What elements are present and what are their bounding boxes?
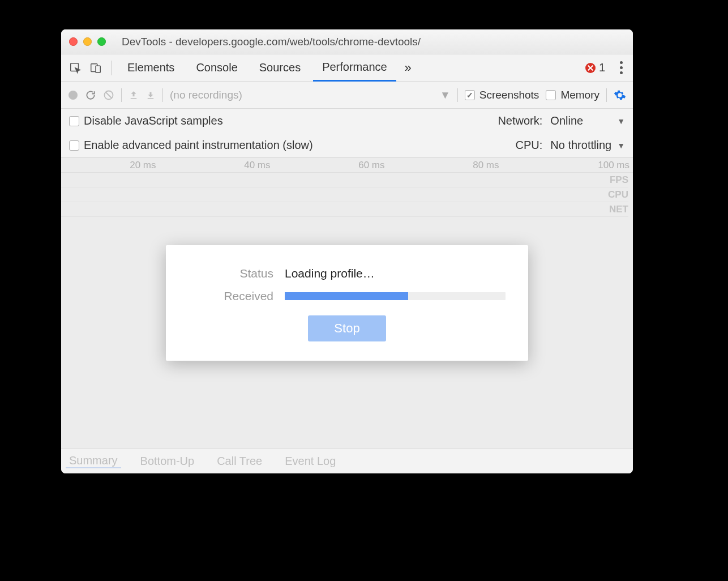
performance-toolbar: (no recordings) ▼ Screenshots Memory [61,82,633,109]
minimize-window-button[interactable] [83,37,92,46]
capture-settings: Disable JavaScript samples Network: Onli… [61,109,633,158]
received-label: Received [189,289,273,303]
lane-fps: FPS [61,173,628,187]
tab-performance[interactable]: Performance [313,55,396,82]
lane-net: NET [61,202,628,217]
chevron-down-icon: ▼ [440,89,451,101]
enable-paint-checkbox[interactable]: Enable advanced paint instrumentation (s… [69,139,313,152]
network-dropdown[interactable]: Online ▼ [550,114,625,127]
recordings-placeholder: (no recordings) [170,89,242,101]
svg-rect-2 [96,66,100,72]
error-badge[interactable]: 1 [585,61,605,74]
network-label: Network: [498,114,542,127]
ruler-tick: 40 ms [244,160,270,171]
separator [457,88,458,102]
more-tabs-icon[interactable]: » [400,59,417,76]
time-ruler: 20 ms 40 ms 60 ms 80 ms 100 ms [61,158,633,173]
error-icon [585,63,596,73]
stop-button[interactable]: Stop [308,315,386,341]
separator [606,88,607,102]
tab-console[interactable]: Console [187,54,246,81]
memory-label: Memory [560,89,599,101]
settings-row-2: Enable advanced paint instrumentation (s… [61,133,633,157]
cpu-value: No throttling [550,139,611,152]
record-icon[interactable] [68,90,78,100]
details-tab-bar: Summary Bottom-Up Call Tree Event Log [61,448,633,473]
checkbox-icon [69,116,79,126]
checkbox-icon [69,140,79,151]
screenshots-checkbox[interactable]: Screenshots [465,89,539,101]
ruler-tick: 100 ms [598,160,629,171]
svg-point-3 [68,91,78,100]
error-count: 1 [599,61,605,74]
timeline-lanes: FPS CPU NET [61,173,633,217]
status-label: Status [189,267,273,280]
recordings-dropdown[interactable]: (no recordings) ▼ [170,89,451,101]
disable-js-checkbox[interactable]: Disable JavaScript samples [69,114,223,127]
clear-icon[interactable] [103,89,114,101]
download-icon[interactable] [145,90,156,100]
memory-checkbox[interactable]: Memory [546,89,599,101]
loading-dialog: Status Loading profile… Received Stop [166,245,528,361]
status-value: Loading profile… [285,267,375,280]
timeline-area: 20 ms 40 ms 60 ms 80 ms 100 ms FPS CPU N… [61,158,633,448]
lane-cpu: CPU [61,187,628,202]
tab-bottom-up[interactable]: Bottom-Up [137,455,198,468]
gear-icon[interactable] [614,89,626,101]
divider [111,61,112,75]
tab-elements[interactable]: Elements [118,54,183,81]
settings-row-1: Disable JavaScript samples Network: Onli… [61,109,633,133]
window-titlebar: DevTools - developers.google.com/web/too… [61,29,633,54]
traffic-lights [69,37,106,46]
close-window-button[interactable] [69,37,78,46]
tab-event-log[interactable]: Event Log [281,455,339,468]
enable-paint-label: Enable advanced paint instrumentation (s… [84,139,313,152]
tab-sources[interactable]: Sources [250,54,310,81]
main-tab-bar: Elements Console Sources Performance » 1 [61,54,633,82]
tab-summary[interactable]: Summary [66,454,121,468]
progress-bar [285,292,506,300]
progress-fill [285,292,408,300]
svg-rect-5 [131,98,137,99]
devtools-window: DevTools - developers.google.com/web/too… [61,29,633,473]
checkbox-icon [546,90,556,100]
ruler-tick: 20 ms [130,160,156,171]
reload-icon[interactable] [85,89,96,101]
checkbox-icon [465,90,475,100]
kebab-menu-icon[interactable] [615,61,627,74]
ruler-tick: 80 ms [473,160,499,171]
window-title: DevTools - developers.google.com/web/too… [122,36,421,48]
inspect-element-icon[interactable] [67,59,84,76]
cpu-dropdown[interactable]: No throttling ▼ [550,139,625,152]
screenshots-label: Screenshots [479,89,539,101]
ruler-tick: 60 ms [358,160,384,171]
separator [121,88,122,102]
disable-js-label: Disable JavaScript samples [84,114,223,127]
upload-icon[interactable] [129,90,139,100]
tab-call-tree[interactable]: Call Tree [213,455,265,468]
cpu-label: CPU: [516,139,543,152]
chevron-down-icon: ▼ [617,141,625,150]
zoom-window-button[interactable] [97,37,106,46]
device-toggle-icon[interactable] [87,59,104,76]
chevron-down-icon: ▼ [617,117,625,126]
network-value: Online [550,114,583,127]
svg-rect-6 [148,98,154,99]
separator [162,88,163,102]
